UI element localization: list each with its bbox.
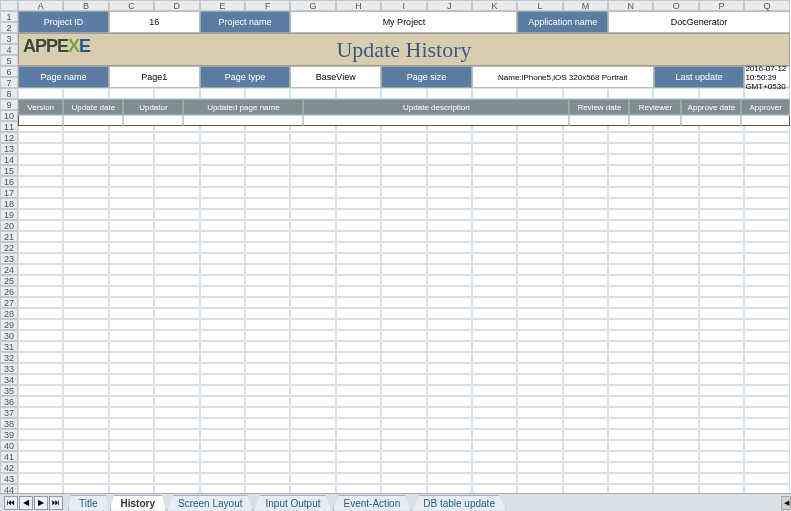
- cell[interactable]: [699, 286, 744, 297]
- cell[interactable]: [18, 473, 63, 484]
- cell[interactable]: [608, 385, 653, 396]
- cell[interactable]: [517, 451, 562, 462]
- cell[interactable]: [290, 154, 335, 165]
- cell[interactable]: [154, 418, 199, 429]
- cell[interactable]: [653, 275, 698, 286]
- cell[interactable]: [427, 451, 472, 462]
- cell[interactable]: [336, 341, 381, 352]
- cell[interactable]: [653, 473, 698, 484]
- cell[interactable]: [427, 308, 472, 319]
- cell[interactable]: [200, 352, 245, 363]
- cell[interactable]: [608, 143, 653, 154]
- cell[interactable]: [290, 88, 335, 99]
- row-header[interactable]: 27: [0, 297, 18, 308]
- row-header[interactable]: 41: [0, 451, 18, 462]
- cell[interactable]: [653, 396, 698, 407]
- cell[interactable]: [427, 330, 472, 341]
- cell[interactable]: [290, 363, 335, 374]
- cell[interactable]: [63, 187, 108, 198]
- cell[interactable]: [336, 286, 381, 297]
- cell[interactable]: [200, 176, 245, 187]
- cell[interactable]: [744, 187, 789, 198]
- cell[interactable]: [200, 374, 245, 385]
- cell[interactable]: [63, 253, 108, 264]
- cell[interactable]: [290, 341, 335, 352]
- cell[interactable]: [699, 451, 744, 462]
- cell[interactable]: [381, 88, 426, 99]
- tab-prev-icon[interactable]: ◀: [19, 496, 33, 510]
- cell[interactable]: [699, 363, 744, 374]
- cell[interactable]: [744, 165, 789, 176]
- cell[interactable]: [472, 462, 517, 473]
- page-size-value[interactable]: Name:iPhone5,iOS 320x568 Portrait: [472, 66, 654, 88]
- cell[interactable]: [109, 209, 154, 220]
- cell[interactable]: [200, 341, 245, 352]
- column-header[interactable]: N: [608, 0, 653, 11]
- cell[interactable]: [18, 231, 63, 242]
- cell[interactable]: [744, 385, 789, 396]
- cell[interactable]: [245, 242, 290, 253]
- row-header[interactable]: 23: [0, 253, 18, 264]
- cell[interactable]: [245, 88, 290, 99]
- cell[interactable]: [563, 198, 608, 209]
- cell[interactable]: [563, 341, 608, 352]
- cell[interactable]: [109, 407, 154, 418]
- cell[interactable]: [427, 429, 472, 440]
- row-header[interactable]: 3: [0, 33, 18, 44]
- cell[interactable]: [744, 286, 789, 297]
- cell[interactable]: [427, 385, 472, 396]
- cell[interactable]: [290, 429, 335, 440]
- cell[interactable]: [200, 363, 245, 374]
- cell[interactable]: [699, 319, 744, 330]
- cell[interactable]: [517, 385, 562, 396]
- cell[interactable]: [381, 198, 426, 209]
- cell[interactable]: [744, 363, 789, 374]
- cell[interactable]: [154, 297, 199, 308]
- cell[interactable]: [563, 407, 608, 418]
- cell[interactable]: [290, 297, 335, 308]
- row-header[interactable]: 16: [0, 176, 18, 187]
- cell[interactable]: [381, 242, 426, 253]
- cell[interactable]: [381, 220, 426, 231]
- cell[interactable]: [154, 429, 199, 440]
- row-header[interactable]: 17: [0, 187, 18, 198]
- cell[interactable]: [154, 154, 199, 165]
- cell[interactable]: [427, 165, 472, 176]
- cell[interactable]: [245, 396, 290, 407]
- cell[interactable]: [517, 187, 562, 198]
- cell[interactable]: [381, 429, 426, 440]
- cell[interactable]: [109, 374, 154, 385]
- cell[interactable]: [608, 231, 653, 242]
- cell[interactable]: [245, 385, 290, 396]
- cell[interactable]: [154, 88, 199, 99]
- column-header[interactable]: G: [290, 0, 335, 11]
- cell[interactable]: [336, 253, 381, 264]
- cell[interactable]: [563, 429, 608, 440]
- cell[interactable]: [18, 385, 63, 396]
- cell[interactable]: [472, 286, 517, 297]
- row-header[interactable]: 15: [0, 165, 18, 176]
- cell[interactable]: [109, 308, 154, 319]
- cell[interactable]: [336, 330, 381, 341]
- cell[interactable]: [608, 132, 653, 143]
- cell[interactable]: [290, 374, 335, 385]
- cell[interactable]: [18, 264, 63, 275]
- cell[interactable]: [109, 143, 154, 154]
- cell[interactable]: [154, 198, 199, 209]
- cell[interactable]: [200, 132, 245, 143]
- cell[interactable]: [744, 396, 789, 407]
- cell[interactable]: [517, 429, 562, 440]
- cell[interactable]: [290, 165, 335, 176]
- cell[interactable]: [290, 275, 335, 286]
- column-header[interactable]: L: [517, 0, 562, 11]
- row-header[interactable]: 10: [0, 110, 18, 121]
- horizontal-scroll-left-icon[interactable]: ◀: [781, 496, 791, 510]
- cell[interactable]: [563, 319, 608, 330]
- cell[interactable]: [109, 385, 154, 396]
- cell[interactable]: [699, 264, 744, 275]
- cell[interactable]: [653, 429, 698, 440]
- cell[interactable]: [744, 319, 789, 330]
- cell[interactable]: [63, 352, 108, 363]
- cell[interactable]: [472, 407, 517, 418]
- cell[interactable]: [200, 154, 245, 165]
